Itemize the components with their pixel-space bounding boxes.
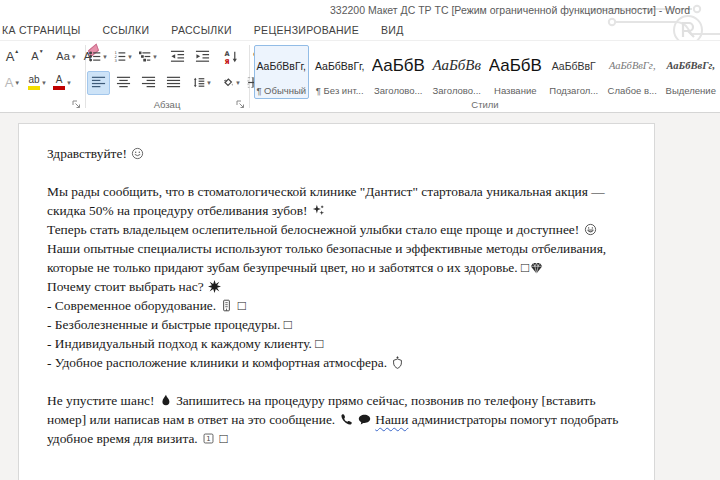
paint-bucket-icon	[222, 75, 234, 90]
font-dialog-launcher[interactable]	[71, 99, 82, 110]
text-run: Наши	[375, 412, 408, 427]
shading-button[interactable]: ▼	[220, 71, 243, 95]
paragraph: Мы рады сообщить, что в стоматологическо…	[47, 182, 629, 220]
text-run	[354, 412, 357, 427]
title-bar: 332200 Макет ДС ТР ТС [Режим ограниченно…	[0, 0, 720, 20]
multilevel-list-icon	[139, 49, 151, 64]
document-area: Здравствуйте! Мы рады сообщить, что в ст…	[0, 113, 720, 480]
paragraph: Не упустите шанс! Запишитесь на процедур…	[47, 391, 629, 448]
style-name: Подзагол...	[549, 85, 598, 96]
ribbon-tabs: КА СТРАНИЦЫССЫЛКИРАССЫЛКИРЕЦЕНЗИРОВАНИЕВ…	[0, 20, 720, 41]
style-card-subtle[interactable]: АаБбВвГг,Слабое в...	[605, 45, 660, 99]
chevron-down-icon: ▼	[71, 54, 77, 60]
font-color-button[interactable]: А ▼	[51, 71, 74, 95]
font-group: А▲ А▼ Аа▼ А A▼ ab ▼ А ▼	[0, 41, 84, 112]
grow-font-icon: ▲	[14, 49, 19, 54]
paragraph: Почему стоит выбрать нас?	[47, 277, 629, 296]
shrink-font-button[interactable]: А▼	[26, 45, 49, 69]
align-center-button[interactable]	[112, 71, 135, 95]
style-name: ¶ Без инт...	[316, 85, 364, 96]
paragraph-group-label: Абзац	[86, 99, 248, 110]
chevron-down-icon: ▼	[41, 80, 47, 86]
bullets-button[interactable]: ▼	[87, 45, 110, 69]
sparkles-icon	[312, 204, 325, 217]
style-card-normal[interactable]: АаБбВвГг,¶ Обычный	[254, 45, 309, 99]
chevron-down-icon: ▼	[66, 80, 72, 86]
text-effects-button[interactable]: A▼	[1, 71, 24, 95]
style-card-heading1[interactable]: АаБбВЗаголово...	[371, 45, 426, 99]
sort-icon: АЯ	[224, 49, 239, 64]
text-run: Теперь стать владельцем ослепительной бе…	[47, 222, 583, 237]
chevron-down-icon: ▼	[152, 54, 158, 60]
paragraph: - Удобное расположение клиники и комфорт…	[47, 353, 629, 372]
keycap-one-icon: 1	[202, 432, 215, 445]
style-name: Слабое в...	[608, 85, 657, 96]
multilevel-list-button[interactable]: ▼	[137, 45, 160, 69]
style-sample: АаБбВв	[432, 48, 481, 83]
align-right-icon	[141, 75, 156, 90]
increase-indent-button[interactable]	[191, 45, 214, 69]
paragraph: Теперь стать владельцем ослепительной бе…	[47, 220, 629, 277]
grow-font-button[interactable]: А▲	[1, 45, 24, 69]
style-card-subtitle[interactable]: АаБбВвГПодзагол...	[547, 45, 602, 99]
style-sample: АаБбВвГг,	[315, 48, 365, 83]
ribbon-tab-4[interactable]: ВИД	[370, 24, 415, 40]
text-run: Мы рады сообщить, что в стоматологическо…	[47, 184, 605, 218]
chevron-down-icon: ▼	[14, 80, 20, 86]
paragraph: Здравствуйте!	[47, 144, 629, 163]
style-sample: АаБбВвГг,	[609, 48, 656, 83]
text-run: - Безболезненные и быстрые процедуры. □	[47, 317, 292, 332]
paragraph	[47, 372, 629, 391]
document-page[interactable]: Здравствуйте! Мы рады сообщить, что в ст…	[18, 123, 655, 480]
ribbon-tab-0[interactable]: КА СТРАНИЦЫ	[0, 24, 91, 40]
numbering-icon: 123	[114, 49, 126, 64]
align-left-button[interactable]	[87, 71, 110, 95]
change-case-button[interactable]: Аа▼	[55, 45, 78, 69]
text-run: □	[216, 431, 227, 446]
text-run: Здравствуйте!	[47, 146, 130, 161]
paragraph: - Индивидуальный подход к каждому клиент…	[47, 334, 629, 353]
ribbon-tab-2[interactable]: РАССЫЛКИ	[160, 24, 243, 40]
style-card-title[interactable]: АаБбВНазвание	[488, 45, 543, 99]
text-run: - Индивидуальный подход к каждому клиент…	[47, 336, 323, 351]
decrease-indent-button[interactable]	[166, 45, 189, 69]
styles-gallery: АаБбВвГг,¶ ОбычныйАаБбВвГг,¶ Без инт...А…	[250, 41, 720, 101]
style-name: Название	[494, 85, 536, 96]
svg-text:3: 3	[114, 59, 117, 63]
align-right-button[interactable]	[137, 71, 160, 95]
style-name: Заголово...	[433, 85, 481, 96]
styles-group-label: Стили	[250, 99, 720, 110]
style-name: Выделение	[666, 85, 716, 96]
style-sample: АаБбВвГг,	[666, 48, 715, 83]
text-run: □	[521, 260, 529, 275]
line-spacing-button[interactable]: ▼	[191, 71, 214, 95]
paragraph: - Современное оборудование. □	[47, 296, 629, 315]
paragraph-dialog-launcher[interactable]	[235, 99, 246, 110]
sort-button[interactable]: АЯ	[220, 45, 243, 69]
phone-icon	[340, 413, 353, 426]
style-card-heading2[interactable]: АаБбВвЗаголово...	[430, 45, 485, 99]
justify-button[interactable]	[162, 71, 185, 95]
svg-text:1: 1	[206, 435, 210, 443]
grin-icon	[584, 223, 597, 236]
increase-indent-icon	[195, 49, 210, 64]
ribbon-tab-3[interactable]: РЕЦЕНЗИРОВАНИЕ	[243, 24, 370, 40]
ribbon: А▲ А▼ Аа▼ А A▼ ab ▼ А ▼	[0, 41, 720, 113]
ribbon-tab-1[interactable]: ССЫЛКИ	[91, 24, 160, 40]
decrease-indent-icon	[170, 49, 185, 64]
flame-icon	[159, 394, 172, 407]
chevron-down-icon: ▼	[127, 54, 133, 60]
window-title: 332200 Макет ДС ТР ТС [Режим ограниченно…	[330, 4, 690, 16]
text-run: - Современное оборудование.	[47, 298, 219, 313]
paragraph-group: ▼ 123 ▼ ▼ АЯ	[86, 41, 248, 112]
chevron-down-icon: ▼	[102, 54, 108, 60]
style-name: Заголово...	[374, 85, 422, 96]
text-highlight-button[interactable]: ab ▼	[26, 71, 49, 95]
style-card-emphasis[interactable]: АаБбВвГг,Выделение	[664, 45, 719, 99]
bubble-icon	[358, 413, 371, 426]
style-card-no-indent[interactable]: АаБбВвГг,¶ Без инт...	[313, 45, 368, 99]
align-center-icon	[116, 75, 131, 90]
word-window: 332200 Макет ДС ТР ТС [Режим ограниченно…	[0, 0, 720, 480]
numbering-button[interactable]: 123 ▼	[112, 45, 135, 69]
style-sample: АаБбВ	[489, 48, 542, 83]
